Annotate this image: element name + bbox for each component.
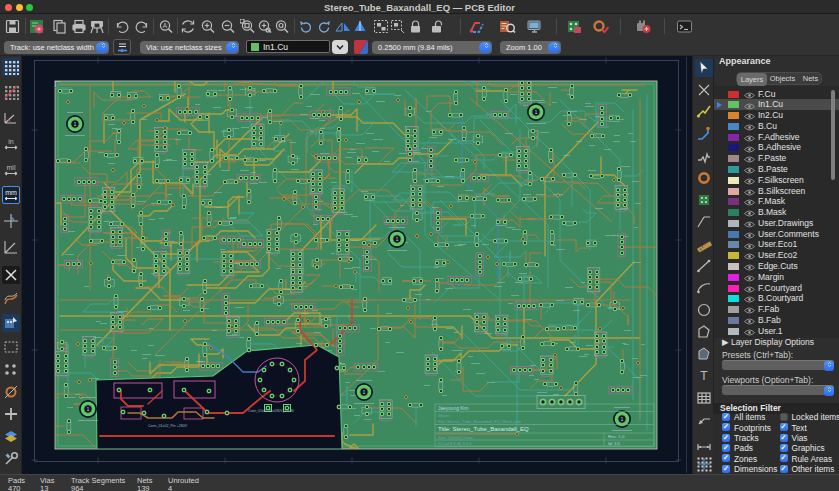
svg-text:Sheet:: Sheet: <box>438 413 450 418</box>
svg-text:Size: 100x60 | Date:: Size: 100x60 | Date: <box>438 435 474 440</box>
svg-text:Rev: 1.0: Rev: 1.0 <box>608 434 625 439</box>
svg-text:mm: mm <box>5 189 17 196</box>
svg-text:Id: 1/1: Id: 1/1 <box>608 441 621 446</box>
svg-text:KiCad E.D.A. 9.0.6: KiCad E.D.A. 9.0.6 <box>438 441 472 446</box>
svg-text:mil: mil <box>7 164 16 171</box>
svg-text:Jaeyoung Kim: Jaeyoung Kim <box>438 406 468 411</box>
svg-text:Conn_01x02_Pin +280V: Conn_01x02_Pin +280V <box>148 424 188 428</box>
svg-text:Title: Stereo_Tube_Baxandall_E: Title: Stereo_Tube_Baxandall_EQ <box>438 426 529 432</box>
svg-text:A: A <box>162 22 167 29</box>
svg-text:T: T <box>700 369 708 383</box>
svg-text:File: Stereo_Tube_Baxandall_EQ: File: Stereo_Tube_Baxandall_EQ_Mout_pcb <box>438 419 522 424</box>
svg-text:in: in <box>8 138 14 145</box>
